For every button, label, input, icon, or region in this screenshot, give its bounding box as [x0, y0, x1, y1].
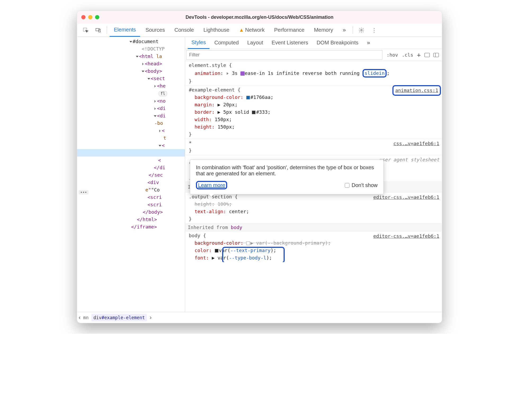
rule-output-section[interactable]: .output section { editor-css.…v=ae1feb6:…: [185, 193, 442, 223]
subtab-styles[interactable]: Styles: [188, 37, 209, 49]
inspect-icon[interactable]: [82, 26, 89, 34]
animation-name-link[interactable]: slidein: [365, 70, 385, 76]
kebab-icon[interactable]: ⋮: [370, 26, 378, 34]
tab-sources[interactable]: Sources: [141, 24, 169, 36]
tab-console[interactable]: Console: [170, 24, 198, 36]
subtabs-overflow[interactable]: »: [363, 37, 374, 49]
cls-button[interactable]: .cls: [402, 52, 413, 58]
ua-label: user agent stylesheet: [379, 156, 439, 163]
rule-element-style[interactable]: element.style { animation: 3s ease-in 1s…: [185, 61, 442, 86]
subtab-dom-breakpoints[interactable]: DOM Breakpoints: [313, 37, 362, 48]
tab-lighthouse[interactable]: Lighthouse: [199, 24, 234, 36]
rule-example-element[interactable]: animation.css:1 #example-element { backg…: [185, 86, 442, 139]
tab-memory[interactable]: Memory: [310, 24, 337, 36]
tab-network[interactable]: ▲Network: [235, 24, 269, 36]
warning-icon: ▲: [239, 27, 244, 33]
rule-star[interactable]: * css.…v=ae1feb6:1 }: [185, 139, 442, 155]
window-chrome: DevTools - developer.mozilla.org/en-US/d…: [77, 11, 442, 24]
gear-icon[interactable]: [358, 26, 365, 34]
sidebar-toggle-icon[interactable]: [433, 53, 439, 57]
crumb-next[interactable]: ›: [150, 314, 151, 321]
learn-more-link[interactable]: Learn more: [198, 182, 225, 188]
source-link[interactable]: editor-css.…v=ae1feb6:1: [373, 194, 439, 201]
dom-tree-panel: #document <!DOCTYP <html la <head> <body…: [77, 37, 185, 312]
new-rule-button[interactable]: +: [417, 51, 421, 59]
rule-body[interactable]: body { editor-css.…v=ae1feb6:1 backgroun…: [185, 231, 442, 262]
svg-point-3: [361, 29, 362, 31]
svg-rect-2: [99, 29, 100, 32]
dont-show-label: Don't show: [352, 182, 378, 188]
source-link[interactable]: animation.css:1: [395, 88, 438, 93]
subtab-computed[interactable]: Computed: [211, 37, 242, 48]
tabs-overflow[interactable]: »: [338, 24, 350, 37]
main-tabs: Elements Sources Console Lighthouse ▲Net…: [77, 24, 442, 37]
styles-filter-bar: :hov .cls +: [185, 49, 442, 61]
crumb-item[interactable]: mn: [83, 315, 88, 320]
subtab-event-listeners[interactable]: Event Listeners: [268, 37, 312, 48]
source-link[interactable]: css.…v=ae1feb6:1: [393, 140, 439, 147]
tooltip-text: In combination with 'float' and 'positio…: [196, 165, 378, 177]
styles-panel: Styles Computed Layout Event Listeners D…: [185, 37, 442, 312]
styles-subtabs: Styles Computed Layout Event Listeners D…: [185, 37, 442, 49]
hov-button[interactable]: :hov: [387, 52, 398, 58]
dom-tree[interactable]: #document <!DOCTYP <html la <head> <body…: [77, 37, 185, 231]
crumb-current[interactable]: div#example-element: [91, 314, 147, 321]
breadcrumb[interactable]: ‹ mn div#example-element ›: [77, 312, 442, 323]
dont-show-checkbox[interactable]: [345, 183, 350, 188]
ellipsis-gutter: •••: [79, 190, 88, 194]
rendering-icon[interactable]: [424, 53, 430, 57]
window-title: DevTools - developer.mozilla.org/en-US/d…: [77, 15, 442, 20]
inherited-body: Inherited from body: [185, 223, 442, 231]
tab-performance[interactable]: Performance: [270, 24, 309, 36]
filter-input[interactable]: [186, 50, 382, 60]
crumb-prev[interactable]: ‹: [79, 314, 80, 321]
subtab-layout[interactable]: Layout: [244, 37, 267, 48]
tab-elements[interactable]: Elements: [110, 24, 140, 37]
device-icon[interactable]: [95, 26, 102, 34]
source-link[interactable]: editor-css.…v=ae1feb6:1: [373, 232, 439, 240]
tooltip-popover: In combination with 'float' and 'positio…: [190, 159, 384, 194]
